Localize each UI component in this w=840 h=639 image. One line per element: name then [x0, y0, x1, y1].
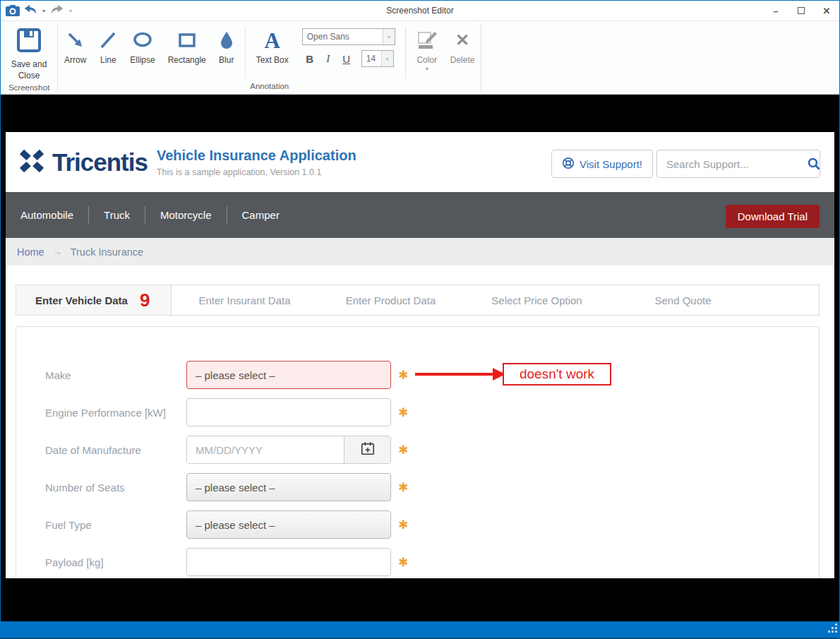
- required-asterisk-icon: ✱: [398, 480, 408, 495]
- main-nav: Automobile Truck Motorcycle Camper Downl…: [6, 192, 834, 238]
- quick-access-toolbar: ▾ ▾: [1, 2, 73, 19]
- search-input[interactable]: [657, 158, 807, 170]
- life-ring-icon: [562, 157, 575, 172]
- date-input-group: [186, 436, 391, 464]
- tricentis-x-icon: [18, 147, 46, 178]
- required-asterisk-icon: ✱: [398, 443, 408, 458]
- nav-item-truck[interactable]: Truck: [89, 209, 145, 221]
- line-tool-button[interactable]: Line: [92, 25, 124, 65]
- fuel-type-label: Fuel Type: [45, 519, 186, 531]
- form-row-fuel-type: Fuel Type – please select – ✱: [16, 510, 819, 539]
- form-row-number-of-seats: Number of Seats – please select – ✱: [16, 473, 819, 501]
- rectangle-icon: [177, 27, 197, 54]
- rectangle-tool-button[interactable]: Rectangle: [162, 25, 212, 65]
- blur-tool-button[interactable]: Blur: [212, 25, 241, 65]
- fuel-type-select[interactable]: – please select –: [186, 510, 391, 539]
- breadcrumb-current: Truck Insurance: [71, 246, 143, 258]
- tab-enter-insurant-data[interactable]: Enter Insurant Data: [172, 285, 318, 315]
- undo-dropdown-caret[interactable]: ▾: [41, 8, 47, 14]
- delete-label: Delete: [450, 55, 475, 65]
- textbox-icon: A: [265, 30, 280, 52]
- group-label-annotation: Annotation: [58, 80, 481, 94]
- brand-name: Tricentis: [52, 148, 148, 177]
- nav-item-camper[interactable]: Camper: [227, 209, 294, 221]
- date-of-manufacture-label: Date of Manufacture: [45, 444, 186, 456]
- breadcrumb-home-link[interactable]: Home: [17, 246, 44, 258]
- maximize-icon: [798, 7, 805, 14]
- active-tab-label: Enter Vehicle Data: [35, 294, 128, 306]
- undo-icon: [23, 4, 37, 18]
- make-select[interactable]: – please select –: [186, 361, 391, 389]
- group-label-screenshot: Screenshot: [1, 81, 57, 95]
- save-and-close-button[interactable]: Save and Close: [1, 25, 57, 81]
- window-title: Screenshot Editor: [1, 6, 839, 16]
- number-of-seats-label: Number of Seats: [45, 482, 186, 494]
- nav-item-automobile[interactable]: Automobile: [6, 209, 88, 221]
- redo-button[interactable]: [49, 2, 66, 19]
- captured-webpage: Tricentis Vehicle Insurance Application …: [6, 132, 834, 578]
- make-label: Make: [45, 369, 186, 381]
- site-header: Tricentis Vehicle Insurance Application …: [6, 132, 834, 192]
- minimize-button[interactable]: –: [763, 1, 788, 20]
- delete-icon: ✕: [455, 32, 469, 49]
- arrow-tool-label: Arrow: [64, 55, 86, 65]
- payload-input[interactable]: [186, 548, 391, 576]
- font-family-value: Open Sans: [303, 32, 383, 42]
- visit-support-button[interactable]: Visit Support!: [551, 150, 653, 178]
- annotation-arrow-icon[interactable]: [414, 365, 507, 386]
- wizard-tabs: Enter Vehicle Data 9 Enter Insurant Data…: [16, 285, 820, 316]
- engine-performance-input[interactable]: [186, 398, 391, 426]
- underline-button[interactable]: U: [339, 51, 354, 66]
- download-trial-button[interactable]: Download Trial: [726, 205, 820, 228]
- undo-button[interactable]: [22, 2, 39, 19]
- engine-performance-label: Engine Performance [kW]: [45, 407, 186, 419]
- close-button[interactable]: ✕: [814, 1, 839, 20]
- ribbon-separator: [405, 27, 406, 78]
- breadcrumb-arrow-icon: →: [53, 246, 62, 257]
- color-dropdown-caret-icon: ▾: [426, 66, 428, 72]
- textbox-tool-button[interactable]: A Text Box: [250, 25, 295, 65]
- screenshot-editor-window: ▾ ▾ Screenshot Editor – ✕ Save and Close: [0, 0, 840, 639]
- form-row-date-of-manufacture: Date of Manufacture ✱: [16, 436, 819, 464]
- font-size-select[interactable]: 14 ▾: [361, 50, 394, 67]
- vehicle-data-form: Make – please select – ✱ Engine Performa…: [16, 326, 820, 578]
- tab-enter-product-data[interactable]: Enter Product Data: [318, 285, 464, 315]
- ribbon-group-annotation: Arrow Line Ellipse Rectangle Blur: [58, 21, 481, 94]
- redo-icon: [50, 4, 64, 18]
- number-of-seats-select[interactable]: – please select –: [186, 473, 391, 501]
- date-of-manufacture-input[interactable]: [187, 436, 344, 463]
- italic-button[interactable]: I: [320, 51, 336, 66]
- search-icon[interactable]: [807, 157, 821, 171]
- ellipse-tool-button[interactable]: Ellipse: [124, 25, 161, 65]
- arrow-tool-button[interactable]: Arrow: [58, 25, 92, 65]
- tab-send-quote[interactable]: Send Quote: [610, 285, 756, 315]
- maximize-button[interactable]: [788, 1, 814, 20]
- font-size-value: 14: [362, 54, 381, 64]
- color-button[interactable]: Color ▾: [410, 25, 444, 72]
- annotation-step-number[interactable]: 9: [140, 291, 150, 309]
- ellipse-icon: [132, 27, 153, 54]
- font-size-caret-icon: ▾: [381, 51, 393, 66]
- form-row-engine-performance: Engine Performance [kW] ✱: [16, 398, 819, 426]
- resize-grip[interactable]: [828, 623, 838, 636]
- tab-select-price-option[interactable]: Select Price Option: [464, 285, 610, 315]
- arrow-icon: [66, 27, 85, 54]
- annotation-note-box[interactable]: doesn't work: [503, 363, 611, 386]
- ellipse-tool-label: Ellipse: [130, 55, 155, 65]
- bold-button[interactable]: B: [302, 51, 318, 66]
- line-tool-label: Line: [100, 55, 116, 65]
- required-asterisk-icon: ✱: [398, 555, 408, 570]
- editor-canvas[interactable]: Tricentis Vehicle Insurance Application …: [1, 95, 839, 621]
- breadcrumb: Home → Truck Insurance: [6, 238, 834, 265]
- calendar-button[interactable]: [344, 436, 390, 463]
- calendar-icon: [360, 441, 376, 459]
- nav-item-motorcycle[interactable]: Motorcycle: [145, 209, 227, 221]
- tab-enter-vehicle-data[interactable]: Enter Vehicle Data 9: [16, 285, 172, 315]
- redo-dropdown-caret[interactable]: ▾: [68, 8, 73, 14]
- font-family-select[interactable]: Open Sans ▾: [302, 28, 395, 45]
- required-asterisk-icon: ✱: [398, 368, 408, 383]
- form-row-payload: Payload [kg] ✱: [16, 548, 819, 576]
- line-icon: [99, 27, 117, 54]
- font-family-caret-icon: ▾: [383, 29, 395, 44]
- delete-button[interactable]: ✕ Delete: [444, 25, 481, 65]
